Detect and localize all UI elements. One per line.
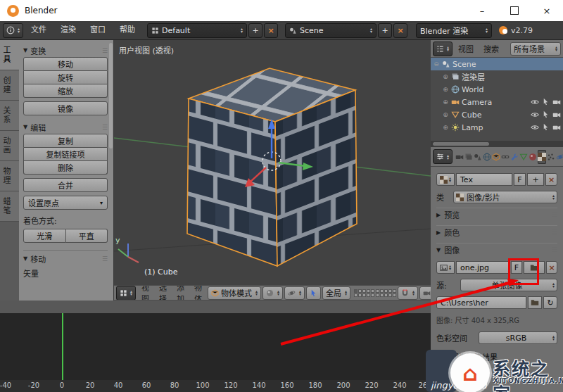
texture-name-field[interactable]: Tex: [456, 173, 512, 186]
toolshelf-tab-relations[interactable]: 关系: [0, 101, 19, 131]
panel-header-edit[interactable]: ▼ 编辑 ☰: [23, 121, 108, 133]
delete-scene-button[interactable]: ×: [393, 23, 407, 38]
toolshelf-scrollbar[interactable]: [109, 43, 113, 148]
menu-file[interactable]: 文件: [25, 21, 53, 39]
outliner-row-lamp[interactable]: ⊕ Lamp: [431, 121, 563, 134]
rotate-button[interactable]: 旋转: [23, 71, 108, 84]
close-button[interactable]: ×: [531, 0, 563, 21]
toolshelf-tab-create[interactable]: 创建: [0, 70, 19, 101]
visibility-eye-icon[interactable]: [531, 123, 539, 132]
mirror-button[interactable]: 镜像: [23, 101, 108, 115]
panel-header-image[interactable]: ▼ 图像 ☰: [436, 243, 557, 256]
shading-dropdown[interactable]: ▴▾: [262, 286, 283, 300]
texture-browse-dropdown[interactable]: ▴▾: [436, 173, 455, 186]
timeline-ruler[interactable]: -40 -20 0 20 40 60 80 100 120 140 160 18…: [0, 380, 431, 392]
toolshelf-tab-physics[interactable]: 物理: [0, 161, 19, 191]
manipulator-translate-toggle[interactable]: [306, 286, 321, 300]
screen-layout-selector[interactable]: Default ▴▾: [147, 23, 247, 38]
fake-user-button[interactable]: F: [514, 173, 526, 186]
join-button[interactable]: 合并: [23, 178, 108, 192]
image-browse-dropdown[interactable]: ▴▾: [436, 261, 455, 274]
add-layout-button[interactable]: +: [248, 23, 262, 38]
selectability-cursor-icon[interactable]: [542, 110, 550, 118]
delete-button[interactable]: 删除: [23, 161, 108, 175]
maximize-button[interactable]: [498, 0, 531, 21]
unlink-image-button[interactable]: ×: [546, 261, 557, 274]
menu-outliner-search[interactable]: 搜索: [479, 43, 503, 54]
duplicate-button[interactable]: 复制: [23, 134, 108, 148]
render-opengl-button[interactable]: [419, 286, 431, 300]
toolshelf-tab-grease[interactable]: 蜡笔: [0, 191, 19, 222]
render-visibility-icon[interactable]: [552, 98, 561, 106]
tab-physics[interactable]: [556, 150, 563, 164]
menu-outliner-view[interactable]: 视图: [454, 43, 478, 54]
browse-file-button[interactable]: [528, 296, 542, 309]
outliner-row-camera[interactable]: ⊕ Camera: [431, 96, 563, 108]
viewport-3d[interactable]: 用户视图 (透视) y (1) Cube: [114, 40, 431, 285]
editor-type-button[interactable]: ▴▾: [433, 149, 453, 164]
editor-type-button[interactable]: ▴▾: [433, 42, 453, 56]
pivot-dropdown[interactable]: ▴▾: [284, 286, 305, 300]
tab-world[interactable]: [483, 150, 491, 164]
tab-object[interactable]: [492, 150, 500, 164]
timeline-playhead[interactable]: [62, 313, 63, 384]
menu-select[interactable]: 选择: [155, 285, 171, 301]
visibility-eye-icon[interactable]: [531, 110, 539, 119]
scrollbar-thumb[interactable]: [433, 142, 489, 146]
set-origin-dropdown[interactable]: 设置原点 ▾: [23, 196, 108, 210]
tab-render-layers[interactable]: [464, 150, 473, 164]
colorspace-dropdown[interactable]: sRGB ▴▾: [479, 331, 557, 344]
image-name-field[interactable]: one.jpg: [456, 261, 510, 274]
outliner-scrollbar[interactable]: [431, 141, 563, 147]
unlink-texture-button[interactable]: ×: [545, 173, 557, 186]
selectability-cursor-icon[interactable]: [542, 98, 550, 106]
panel-header-move[interactable]: ▼ 移动 ☰: [23, 250, 108, 265]
snap-toggle[interactable]: ▴▾: [398, 286, 418, 300]
delete-layout-button[interactable]: ×: [264, 23, 278, 38]
tab-material[interactable]: [529, 150, 537, 164]
expander-icon[interactable]: ⊕: [442, 111, 449, 118]
tab-scene[interactable]: [474, 150, 482, 164]
panel-header-transform[interactable]: ▼ 变换 ☰: [23, 44, 108, 56]
expander-icon[interactable]: ⊕: [442, 99, 449, 106]
outliner-row-world[interactable]: ⊕ World: [431, 83, 563, 96]
scale-button[interactable]: 缩放: [23, 84, 108, 98]
shade-flat-button[interactable]: 平直: [66, 229, 108, 243]
outliner-row-cube[interactable]: ⊕ Cube: [431, 108, 563, 121]
tab-particles[interactable]: [547, 150, 555, 164]
tab-render[interactable]: [455, 150, 464, 164]
tab-constraints[interactable]: [501, 150, 510, 164]
expander-icon[interactable]: ⊕: [442, 73, 449, 80]
menu-help[interactable]: 帮助: [113, 21, 141, 39]
translate-button[interactable]: 移动: [23, 57, 108, 71]
editor-type-button[interactable]: ▴▾: [116, 286, 136, 301]
shade-smooth-button[interactable]: 光滑: [23, 229, 66, 243]
toolshelf-tab-animation[interactable]: 动画: [0, 131, 19, 161]
menu-render[interactable]: 渲染: [54, 21, 82, 39]
duplicate-linked-button[interactable]: 复制链接项: [23, 148, 108, 161]
menu-object[interactable]: 物体: [190, 285, 206, 301]
menu-window[interactable]: 窗口: [84, 21, 112, 39]
orientation-dropdown[interactable]: 全局 ▴▾: [322, 286, 350, 300]
expander-icon[interactable]: ⊖: [433, 61, 440, 68]
reload-image-button[interactable]: ↻: [543, 296, 557, 309]
expander-icon[interactable]: ⊕: [442, 124, 449, 131]
panel-header-preview[interactable]: ▶ 预览 ☰: [436, 208, 557, 221]
menu-view[interactable]: 视图: [137, 285, 153, 301]
visibility-eye-icon[interactable]: [531, 98, 539, 106]
selectability-cursor-icon[interactable]: [542, 123, 550, 131]
filepath-field[interactable]: C:\Users\her: [436, 296, 526, 309]
toolshelf-tab-tools[interactable]: 工具: [0, 40, 19, 70]
layer-grid-right[interactable]: [376, 289, 396, 297]
mode-dropdown[interactable]: 物体模式 ▴▾: [208, 286, 261, 300]
texture-type-dropdown[interactable]: 图像/影片 ▴▾: [453, 191, 557, 203]
render-visibility-icon[interactable]: [552, 110, 561, 119]
tab-object-data[interactable]: [519, 150, 528, 164]
outliner-display-dropdown[interactable]: 所有场景 ▴▾: [510, 42, 561, 56]
new-texture-button[interactable]: +: [527, 173, 544, 186]
scene-selector[interactable]: Scene ▴▾: [285, 23, 377, 38]
render-engine-selector[interactable]: Blender 渲染 ▴▾: [416, 23, 492, 38]
tab-modifiers[interactable]: [510, 150, 519, 164]
editor-type-button[interactable]: ▴▾: [3, 23, 23, 38]
outliner-row-scene[interactable]: ⊖ Scene: [431, 58, 563, 70]
